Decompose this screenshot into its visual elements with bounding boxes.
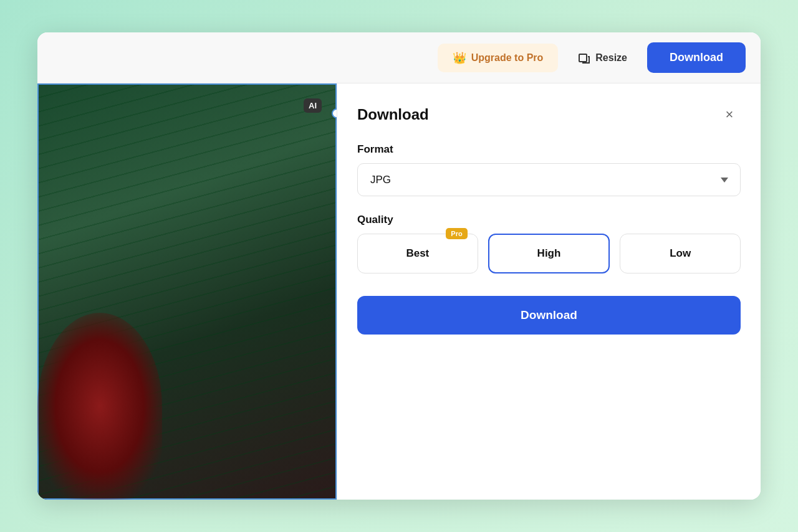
- panel-title: Download: [357, 106, 429, 123]
- quality-best-button[interactable]: Pro Best: [357, 234, 478, 273]
- toolbar: 👑 Upgrade to Pro Resize Download: [37, 32, 761, 83]
- download-action-button[interactable]: Download: [357, 296, 741, 335]
- crown-icon: 👑: [453, 51, 466, 65]
- format-section: Format JPG PNG WebP SVG: [357, 143, 741, 196]
- pro-badge: Pro: [446, 228, 467, 239]
- resize-icon: [578, 52, 590, 64]
- close-icon: ×: [726, 107, 734, 123]
- quality-high-button[interactable]: High: [488, 234, 610, 273]
- quality-high-label: High: [537, 247, 561, 259]
- upgrade-to-pro-button[interactable]: 👑 Upgrade to Pro: [438, 44, 559, 72]
- upgrade-label: Upgrade to Pro: [471, 52, 544, 64]
- panel-header: Download ×: [357, 103, 741, 126]
- quality-low-button[interactable]: Low: [620, 234, 741, 273]
- resize-label: Resize: [595, 52, 627, 64]
- canvas-selection-border: [37, 83, 337, 500]
- quality-section-label: Quality: [357, 214, 741, 226]
- canvas-area: AI: [37, 83, 337, 500]
- format-section-label: Format: [357, 143, 741, 156]
- resize-button[interactable]: Resize: [565, 44, 640, 72]
- format-select[interactable]: JPG PNG WebP SVG: [357, 163, 741, 196]
- svg-rect-0: [579, 54, 587, 62]
- format-select-wrapper: JPG PNG WebP SVG: [357, 163, 741, 196]
- quality-section: Quality Pro Best High Low: [357, 214, 741, 273]
- selection-handle[interactable]: [332, 108, 337, 118]
- download-header-label: Download: [670, 51, 723, 64]
- quality-low-label: Low: [670, 247, 691, 259]
- download-panel: Download × Format JPG PNG WebP SVG: [337, 83, 761, 500]
- ai-badge: AI: [304, 98, 322, 113]
- download-action-label: Download: [521, 308, 577, 321]
- quality-best-label: Best: [406, 247, 429, 259]
- app-container: 👑 Upgrade to Pro Resize Download AI: [37, 32, 761, 500]
- main-content: AI Download × Format JPG PNG WebP: [37, 83, 761, 500]
- canvas-image: AI: [37, 83, 337, 500]
- download-header-button[interactable]: Download: [647, 42, 746, 73]
- close-button[interactable]: ×: [718, 103, 741, 126]
- quality-options: Pro Best High Low: [357, 234, 741, 273]
